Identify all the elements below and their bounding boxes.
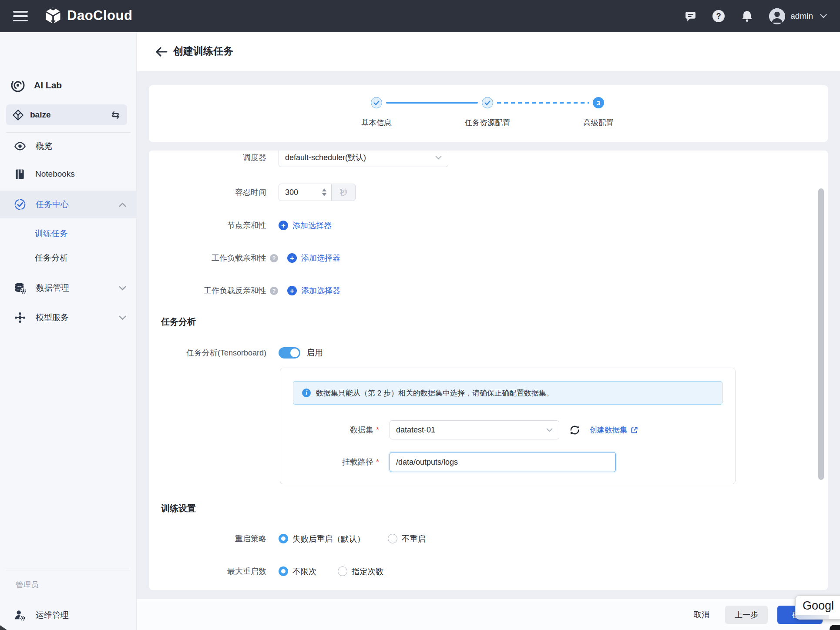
chat-icon[interactable] — [684, 10, 697, 23]
radio-restart-on-failure[interactable] — [279, 534, 288, 543]
chevron-down-icon — [546, 428, 553, 432]
add-selector-link[interactable]: 添加选择器 — [301, 285, 340, 296]
plus-circle-icon[interactable]: + — [287, 286, 297, 295]
add-selector-link[interactable]: 添加选择器 — [301, 253, 340, 263]
radio-label[interactable]: 失败后重启（默认） — [292, 533, 365, 544]
toleration-row: 容忍时间 秒 — [149, 184, 828, 201]
page-title-band: 创建训练任务 — [137, 32, 840, 71]
sidebar-item-label: Notebooks — [35, 169, 75, 179]
max-restarts-row: 最大重启数 不限次 指定次数 — [149, 566, 828, 577]
mount-path-label: 挂载路径 — [280, 457, 373, 467]
avatar[interactable] — [769, 8, 785, 24]
sidebar-item-overview[interactable]: 概览 — [0, 133, 137, 159]
node-affinity-row: 节点亲和性 + 添加选择器 — [149, 219, 828, 232]
menu-icon[interactable] — [13, 11, 28, 21]
sidebar-item-notebooks[interactable]: Notebooks — [0, 161, 137, 187]
chevron-down-icon[interactable] — [820, 14, 827, 18]
workload-anti-affinity-label: 工作负载反亲和性 — [149, 285, 266, 296]
cancel-button[interactable]: 取消 — [694, 610, 709, 620]
refresh-icon[interactable] — [569, 424, 581, 436]
footer-action-bar: 取消 上一步 确定 — [137, 599, 840, 630]
help-icon[interactable]: ? — [712, 10, 725, 22]
chevron-up-icon[interactable] — [119, 202, 126, 207]
notification-bell-icon[interactable] — [740, 10, 753, 23]
baize-cube-icon — [12, 109, 24, 121]
dataset-value: datatest-01 — [396, 426, 546, 435]
add-selector-link[interactable]: 添加选择器 — [292, 220, 332, 231]
sidebar-item-label: 任务中心 — [36, 199, 69, 210]
tensorboard-row: 任务分析(Tensorboard) 启用 — [149, 346, 828, 360]
sidebar-subitem-label: 任务分析 — [35, 252, 68, 264]
user-name[interactable]: admin — [790, 11, 813, 21]
scrollbar-thumb[interactable] — [818, 188, 824, 480]
chevron-down-icon[interactable] — [119, 315, 126, 320]
brand-name: DaoCloud — [67, 8, 132, 23]
sidebar-section-label: 管理员 — [16, 580, 39, 590]
sidebar-item-model-services[interactable]: 模型服务 — [0, 304, 137, 332]
info-alert-text: 数据集只能从（第 2 步）相关的数据集中选择，请确保正确配置数据集。 — [316, 388, 554, 398]
step-1-done-icon — [371, 97, 382, 108]
cube-logo-icon — [44, 6, 63, 25]
radio-label[interactable]: 不限次 — [292, 566, 317, 577]
dark-corner-artifact — [830, 625, 840, 630]
previous-step-button[interactable]: 上一步 — [725, 606, 768, 624]
sidebar-subitem-training-tasks[interactable]: 训练任务 — [0, 222, 137, 245]
app-header: DaoCloud ? admin — [0, 0, 840, 32]
check-circle-icon — [14, 198, 26, 211]
toleration-input[interactable] — [285, 188, 311, 197]
node-affinity-label: 节点亲和性 — [149, 220, 266, 231]
help-tooltip-icon[interactable]: ? — [270, 254, 278, 262]
sidebar-item-label: 模型服务 — [36, 312, 69, 323]
google-popup-highlight — [796, 615, 829, 619]
eye-icon — [14, 140, 26, 152]
plus-circle-icon[interactable]: + — [287, 253, 297, 263]
plus-circle-icon[interactable]: + — [279, 221, 288, 230]
max-restarts-label: 最大重启数 — [149, 566, 266, 576]
google-popup-text: Googl — [803, 599, 834, 613]
cursor-artifact — [0, 625, 7, 630]
radio-specified-count[interactable] — [338, 566, 347, 576]
required-mark: * — [376, 426, 379, 435]
mount-path-input[interactable] — [390, 452, 616, 472]
radio-no-restart[interactable] — [388, 534, 397, 543]
sidebar-item-task-center[interactable]: 任务中心 — [0, 191, 137, 218]
dataset-select[interactable]: datatest-01 — [390, 420, 559, 439]
number-stepper[interactable] — [319, 186, 329, 199]
chevron-down-icon[interactable] — [119, 286, 126, 291]
sidebar-item-ai-lab[interactable]: AI Lab — [10, 77, 62, 94]
chevron-down-icon — [435, 156, 442, 160]
step-3-number: 3 — [593, 97, 604, 108]
info-circle-icon: i — [302, 389, 311, 397]
sidebar-subitem-task-analysis[interactable]: 任务分析 — [0, 246, 137, 270]
step-label-resource-config: 任务资源配置 — [444, 117, 531, 128]
step-connector-2 — [497, 102, 589, 104]
sidebar-item-ops-management[interactable]: 运维管理 — [0, 601, 137, 629]
stepper: 3 基本信息 任务资源配置 高级配置 — [149, 85, 828, 142]
toleration-input-wrap — [279, 184, 332, 201]
workspace-switch-icon[interactable] — [110, 110, 121, 121]
mount-path-row: 挂载路径 * — [280, 452, 735, 472]
radio-label[interactable]: 指定次数 — [352, 566, 384, 577]
product-label: AI Lab — [34, 80, 62, 90]
advanced-config-form: 调度器 default-scheduler(默认) 容忍时间 秒 节点亲和性 +… — [149, 151, 828, 590]
step-connector-1 — [386, 102, 478, 104]
workload-affinity-row: 工作负载亲和性 ? + 添加选择器 — [149, 251, 828, 265]
back-arrow-icon[interactable] — [154, 44, 169, 59]
dataset-info-alert: i 数据集只能从（第 2 步）相关的数据集中选择，请确保正确配置数据集。 — [293, 381, 722, 405]
create-dataset-link[interactable]: 创建数据集 — [589, 425, 638, 435]
restart-policy-label: 重启策略 — [149, 533, 266, 544]
dataset-config-box: i 数据集只能从（第 2 步）相关的数据集中选择，请确保正确配置数据集。 数据集… — [280, 368, 736, 484]
workspace-selector-baize[interactable]: baize — [6, 104, 127, 125]
scheduler-select[interactable]: default-scheduler(默认) — [279, 151, 448, 167]
user-gear-icon — [14, 609, 26, 621]
radio-label[interactable]: 不重启 — [402, 533, 426, 544]
sidebar-item-label: 概览 — [36, 141, 52, 152]
ai-lab-rings-icon — [10, 77, 26, 94]
scheduler-label: 调度器 — [149, 152, 266, 163]
brand-logo[interactable]: DaoCloud — [44, 6, 132, 25]
tensorboard-toggle[interactable] — [279, 347, 300, 359]
step-label-basic-info: 基本信息 — [333, 117, 420, 128]
radio-unlimited[interactable] — [279, 566, 288, 576]
sidebar-item-data-management[interactable]: 数据管理 — [0, 274, 137, 302]
help-tooltip-icon[interactable]: ? — [270, 287, 278, 295]
